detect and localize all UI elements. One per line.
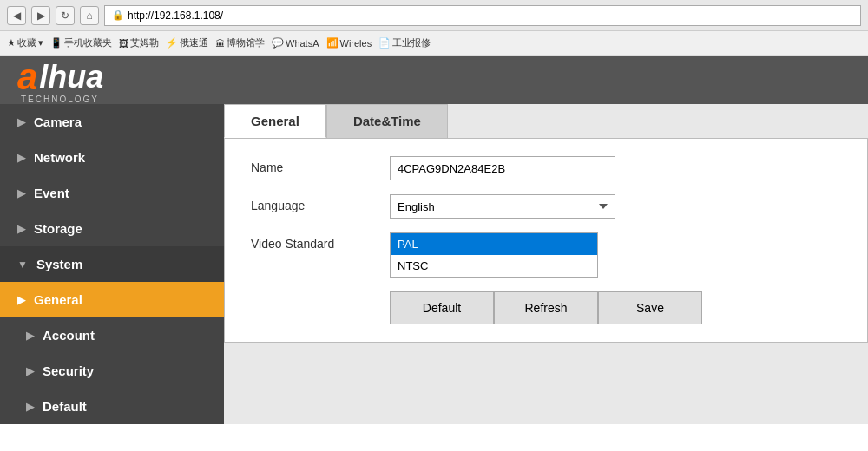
- sidebar-label-storage: Storage: [34, 221, 82, 236]
- tab-bar: General Date&Time: [224, 104, 868, 138]
- event-arrow-icon: ▶: [17, 187, 25, 199]
- back-button[interactable]: ◀: [7, 6, 26, 25]
- form-row-name: Name: [251, 156, 841, 180]
- refresh-button-form[interactable]: Refresh: [494, 291, 598, 324]
- secure-icon: 🔒: [112, 10, 124, 21]
- sidebar-label-event: Event: [34, 186, 69, 200]
- sidebar-item-default[interactable]: ▶ Default: [0, 389, 224, 424]
- video-option-pal[interactable]: PAL: [391, 233, 597, 255]
- forward-button[interactable]: ▶: [31, 6, 50, 25]
- name-label: Name: [251, 156, 390, 174]
- save-button[interactable]: Save: [598, 291, 702, 324]
- name-input[interactable]: [390, 156, 615, 180]
- network-arrow-icon: ▶: [17, 152, 25, 164]
- bookmark-whats[interactable]: 💬 WhatsA: [272, 37, 319, 49]
- sidebar-label-general: General: [34, 292, 82, 307]
- address-text: http://192.168.1.108/: [128, 10, 223, 22]
- bookmark-museum[interactable]: 🏛 博物馆学: [215, 36, 265, 49]
- sidebar-item-account[interactable]: ▶ Account: [0, 317, 224, 353]
- bookmark-repair[interactable]: 📄 工业报修: [378, 36, 431, 49]
- logo-area: alhua TECHNOLOGY: [17, 56, 103, 104]
- sidebar-label-default: Default: [43, 399, 87, 414]
- sidebar-label-system: System: [36, 257, 82, 271]
- bookmark-etong[interactable]: ⚡ 俄速通: [166, 36, 208, 49]
- bookmark-aimuler[interactable]: 🖼 艾姆勒: [119, 36, 159, 49]
- app-container: alhua TECHNOLOGY ▶ Camera ▶ Network ▶ Ev…: [0, 56, 868, 417]
- address-bar[interactable]: 🔒 http://192.168.1.108/: [104, 5, 861, 26]
- storage-arrow-icon: ▶: [17, 223, 25, 235]
- refresh-button[interactable]: ↻: [56, 6, 75, 25]
- sidebar-label-network: Network: [34, 150, 85, 165]
- default-button[interactable]: Default: [390, 291, 494, 324]
- general-arrow-icon: ▶: [17, 294, 25, 306]
- sidebar-item-storage[interactable]: ▶ Storage: [0, 211, 224, 246]
- sidebar-item-camera[interactable]: ▶ Camera: [0, 104, 224, 140]
- video-option-ntsc[interactable]: NTSC: [391, 255, 597, 277]
- bookmark-favorites[interactable]: ★ 收藏 ▾: [7, 36, 43, 49]
- home-button[interactable]: ⌂: [80, 6, 99, 25]
- sidebar-item-security[interactable]: ▶ Security: [0, 353, 224, 389]
- form-row-language: Language English Chinese: [251, 194, 841, 219]
- security-arrow-icon: ▶: [26, 365, 34, 377]
- browser-nav-bar: ◀ ▶ ↻ ⌂ 🔒 http://192.168.1.108/: [0, 0, 868, 31]
- bookmarks-bar: ★ 收藏 ▾ 📱 手机收藏夹 🖼 艾姆勒 ⚡ 俄速通 🏛 博物馆学 💬 What…: [0, 31, 868, 56]
- name-field-container: [390, 156, 615, 180]
- sidebar-item-network[interactable]: ▶ Network: [0, 140, 224, 175]
- main-layout: ▶ Camera ▶ Network ▶ Event ▶ Storage ▼ S…: [0, 104, 868, 424]
- sidebar-item-system[interactable]: ▼ System: [0, 246, 224, 282]
- language-select[interactable]: English Chinese: [390, 194, 615, 219]
- form-buttons-row: Default Refresh Save: [251, 291, 841, 324]
- browser-chrome: ◀ ▶ ↻ ⌂ 🔒 http://192.168.1.108/ ★ 收藏 ▾ 📱…: [0, 0, 868, 56]
- content-area: General Date&Time Name Language: [224, 104, 868, 424]
- sidebar-item-event[interactable]: ▶ Event: [0, 175, 224, 211]
- default-arrow-icon: ▶: [26, 401, 34, 413]
- sidebar-label-account: Account: [43, 328, 95, 343]
- sidebar: ▶ Camera ▶ Network ▶ Event ▶ Storage ▼ S…: [0, 104, 224, 424]
- tab-datetime[interactable]: Date&Time: [326, 104, 448, 138]
- sidebar-label-security: Security: [43, 363, 94, 378]
- tab-general[interactable]: General: [224, 104, 326, 138]
- logo-subtitle: TECHNOLOGY: [17, 95, 103, 104]
- sidebar-label-camera: Camera: [34, 114, 82, 129]
- sidebar-item-general[interactable]: ▶ General: [0, 282, 224, 317]
- logo-text: alhua: [17, 56, 103, 98]
- bookmark-mobile[interactable]: 📱 手机收藏夹: [50, 36, 112, 49]
- form-row-video-standard: Video Standard PAL NTSC: [251, 232, 841, 278]
- video-standard-dropdown: PAL NTSC: [390, 232, 615, 278]
- language-select-container: English Chinese: [390, 194, 615, 219]
- video-standard-list: PAL NTSC: [390, 232, 598, 278]
- app-header: alhua TECHNOLOGY: [0, 56, 868, 104]
- camera-arrow-icon: ▶: [17, 116, 25, 128]
- logo-rest: lhua: [39, 59, 103, 95]
- bookmark-wireless[interactable]: 📶 Wireles: [326, 37, 372, 49]
- tab-content: Name Language English Chinese: [224, 138, 868, 343]
- logo-a-letter: a: [17, 56, 37, 98]
- account-arrow-icon: ▶: [26, 330, 34, 342]
- system-arrow-icon: ▼: [17, 258, 28, 271]
- video-standard-label: Video Standard: [251, 232, 390, 251]
- language-label: Language: [251, 194, 390, 212]
